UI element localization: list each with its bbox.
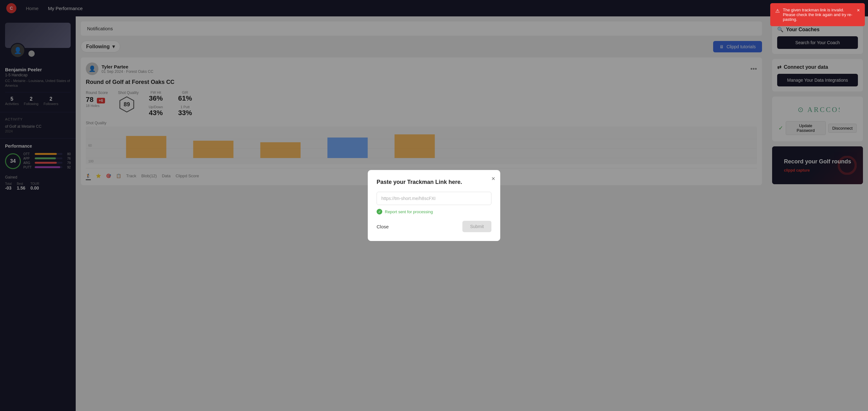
- modal-title: Paste your Trackman Link here.: [377, 179, 491, 186]
- success-message-text: Report sent for processing: [385, 210, 433, 214]
- modal-submit-button[interactable]: Submit: [462, 221, 491, 232]
- modal-actions: Close Submit: [377, 221, 491, 232]
- modal-close-button[interactable]: Close: [377, 224, 389, 229]
- success-check-icon: ✓: [377, 209, 382, 215]
- trackman-link-input[interactable]: [377, 192, 491, 205]
- modal-close-x-button[interactable]: ×: [491, 175, 495, 182]
- modal-success-message: ✓ Report sent for processing: [377, 209, 491, 215]
- modal-overlay: Paste your Trackman Link here. × ✓ Repor…: [0, 0, 868, 411]
- toast-message: The given trackman link is invalid. Plea…: [783, 7, 854, 22]
- toast-warning-icon: ⚠: [775, 8, 780, 14]
- trackman-modal: Paste your Trackman Link here. × ✓ Repor…: [368, 170, 500, 241]
- error-toast: ⚠ The given trackman link is invalid. Pl…: [770, 3, 865, 26]
- toast-close-button[interactable]: ×: [857, 7, 860, 13]
